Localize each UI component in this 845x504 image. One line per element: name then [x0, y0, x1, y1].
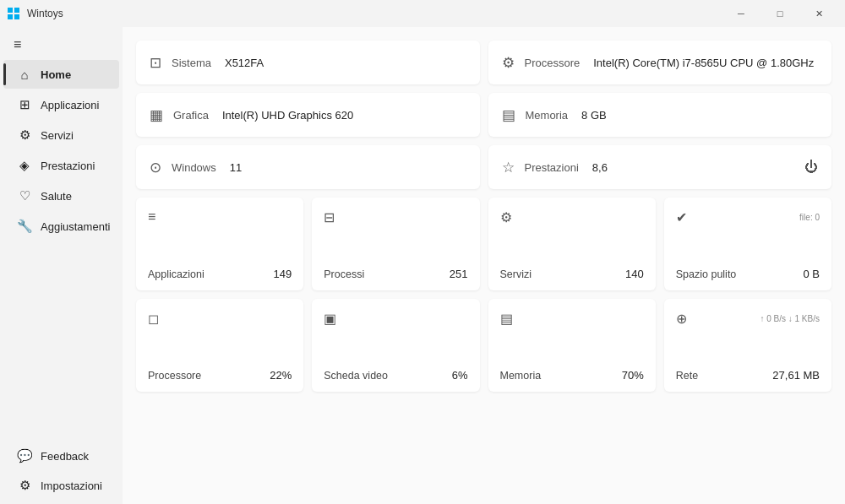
processore-stat-value: 22% — [270, 369, 292, 382]
titlebar-left: Wintoys — [7, 7, 63, 20]
services-icon: ⚙ — [17, 127, 32, 143]
app-body: ≡ ⌂ Home ⊞ Applicazioni ⚙ Servizi ◈ Pres… — [0, 27, 845, 504]
stat-card-servizi-header: ⚙ — [500, 209, 644, 225]
servizi-stat-value: 140 — [625, 268, 644, 280]
processi-stat-value: 251 — [450, 268, 468, 280]
hamburger-menu[interactable]: ≡ — [0, 30, 123, 59]
stat-card-processore-footer: Processore 22% — [148, 369, 292, 382]
prestazioni-info-label: Prestazioni — [525, 161, 579, 174]
card-memoria: ▤ Memoria 8 GB — [488, 93, 832, 137]
memoria-label: Memoria — [526, 109, 569, 122]
sistema-value: X512FA — [225, 57, 264, 69]
scheda-stat-label: Scheda video — [324, 370, 388, 382]
stat-card-processi: ⊟ Processi 251 — [312, 198, 479, 290]
spazio-stat-value: 0 B — [803, 268, 820, 280]
stat-card-spazio-footer: Spazio pulito 0 B — [676, 268, 820, 280]
titlebar: Wintoys ─ □ ✕ — [0, 0, 845, 27]
cpu-icon: ⚙ — [502, 54, 515, 72]
mem-icon: ▤ — [500, 311, 513, 327]
home-icon: ⌂ — [17, 67, 32, 82]
stat-card-memoria2: ▤ Memoria 70% — [488, 299, 656, 392]
power-icon[interactable]: ⏻ — [804, 160, 818, 175]
spazio-stat-label: Spazio pulito — [676, 268, 737, 280]
svg-rect-0 — [8, 8, 13, 13]
svg-rect-1 — [14, 8, 19, 13]
sistema-label: Sistema — [172, 57, 211, 69]
stat-card-spazio-pulito: ✔ file: 0 Spazio pulito 0 B — [664, 198, 831, 290]
card-grafica: ▦ Grafica Intel(R) UHD Graphics 620 — [136, 93, 480, 137]
app-logo — [7, 7, 20, 20]
sidebar-item-feedback-label: Feedback — [41, 450, 89, 463]
stat-card-servizi: ⚙ Servizi 140 — [488, 198, 656, 290]
health-icon: ♡ — [17, 188, 32, 203]
memoria2-stat-value: 70% — [622, 369, 644, 382]
sidebar: ≡ ⌂ Home ⊞ Applicazioni ⚙ Servizi ◈ Pres… — [0, 27, 123, 504]
sidebar-item-applicazioni[interactable]: ⊞ Applicazioni — [3, 90, 119, 119]
info-row-2: ▦ Grafica Intel(R) UHD Graphics 620 ▤ Me… — [136, 93, 831, 137]
sidebar-item-salute-label: Salute — [41, 190, 72, 203]
sidebar-item-home[interactable]: ⌂ Home — [3, 60, 119, 89]
stat-card-memoria2-header: ▤ — [500, 311, 644, 327]
stat-card-scheda-video: ▣ Scheda video 6% — [312, 299, 479, 392]
rete-badge: ↑ 0 B/s ↓ 1 KB/s — [760, 314, 820, 323]
spazio-badge: file: 0 — [799, 213, 820, 222]
close-button[interactable]: ✕ — [799, 0, 838, 27]
stat-card-processore: ◻ Processore 22% — [136, 299, 303, 392]
rete-stat-value: 27,61 MB — [772, 369, 820, 382]
stat-card-rete-footer: Rete 27,61 MB — [676, 369, 820, 382]
minimize-button[interactable]: ─ — [722, 0, 760, 27]
sidebar-item-impostazioni[interactable]: ⚙ Impostazioni — [3, 471, 119, 500]
sidebar-item-feedback[interactable]: 💬 Feedback — [3, 442, 119, 470]
adjustments-icon: 🔧 — [17, 219, 32, 234]
sidebar-item-prestazioni[interactable]: ◈ Prestazioni — [3, 151, 119, 180]
sidebar-item-servizi[interactable]: ⚙ Servizi — [3, 121, 119, 149]
stat-grid-1: ≡ Applicazioni 149 ⊟ Processi 251 — [136, 198, 831, 290]
apps-icon: ⊞ — [17, 97, 32, 112]
svg-rect-2 — [8, 14, 13, 19]
stat-card-applicazioni-header: ≡ — [148, 209, 292, 225]
star-icon: ☆ — [502, 159, 515, 176]
info-row-1: ⊡ Sistema X512FA ⚙ Processore Intel(R) C… — [136, 41, 831, 84]
applicazioni-stat-value: 149 — [274, 268, 292, 280]
sidebar-item-salute[interactable]: ♡ Salute — [3, 182, 119, 210]
feedback-icon: 💬 — [17, 448, 32, 463]
rete-stat-label: Rete — [676, 370, 698, 382]
grafica-label: Grafica — [173, 109, 209, 122]
sidebar-item-aggiustamenti[interactable]: 🔧 Aggiustamenti — [3, 212, 119, 241]
app-title: Wintoys — [27, 8, 63, 19]
apps-list-icon: ≡ — [148, 209, 155, 225]
stat-card-processore-header: ◻ — [148, 311, 292, 327]
net-icon: ⊕ — [676, 311, 687, 327]
stat-card-memoria2-footer: Memoria 70% — [500, 369, 644, 382]
maximize-button[interactable]: □ — [760, 0, 799, 27]
stat-card-applicazioni-footer: Applicazioni 149 — [148, 268, 292, 280]
stat-card-spazio-header: ✔ file: 0 — [676, 209, 820, 225]
gpu-icon: ▦ — [150, 106, 163, 124]
stat-card-scheda-footer: Scheda video 6% — [324, 369, 467, 382]
stat-card-processi-header: ⊟ — [324, 209, 467, 225]
chip-icon: ◻ — [148, 311, 159, 327]
windows-value: 11 — [230, 161, 242, 174]
memoria-value: 8 GB — [581, 109, 607, 122]
sidebar-item-home-label: Home — [41, 68, 71, 81]
window-controls: ─ □ ✕ — [722, 0, 838, 27]
vcard-icon: ▣ — [324, 311, 336, 327]
card-sistema: ⊡ Sistema X512FA — [136, 41, 480, 84]
processi-icon: ⊟ — [324, 209, 335, 225]
applicazioni-stat-label: Applicazioni — [148, 268, 204, 280]
card-processore: ⚙ Processore Intel(R) Core(TM) i7-8565U … — [488, 41, 832, 84]
servizi-icon: ⚙ — [500, 209, 512, 225]
processore-stat-label: Processore — [148, 370, 201, 382]
windows-icon: ⊙ — [150, 159, 161, 176]
main-content: ⊡ Sistema X512FA ⚙ Processore Intel(R) C… — [123, 27, 845, 504]
info-row-3: ⊙ Windows 11 ☆ Prestazioni 8,6 ⏻ — [136, 145, 831, 189]
servizi-stat-label: Servizi — [500, 268, 532, 280]
sidebar-item-aggiustamenti-label: Aggiustamenti — [41, 220, 110, 233]
prestazioni-right: ⏻ — [804, 160, 818, 175]
stat-card-processi-footer: Processi 251 — [324, 268, 467, 280]
settings-icon: ⚙ — [17, 478, 32, 493]
clean-icon: ✔ — [676, 209, 687, 225]
stat-card-applicazioni: ≡ Applicazioni 149 — [136, 198, 303, 290]
sidebar-item-applicazioni-label: Applicazioni — [41, 99, 99, 111]
sidebar-item-prestazioni-label: Prestazioni — [41, 160, 95, 172]
